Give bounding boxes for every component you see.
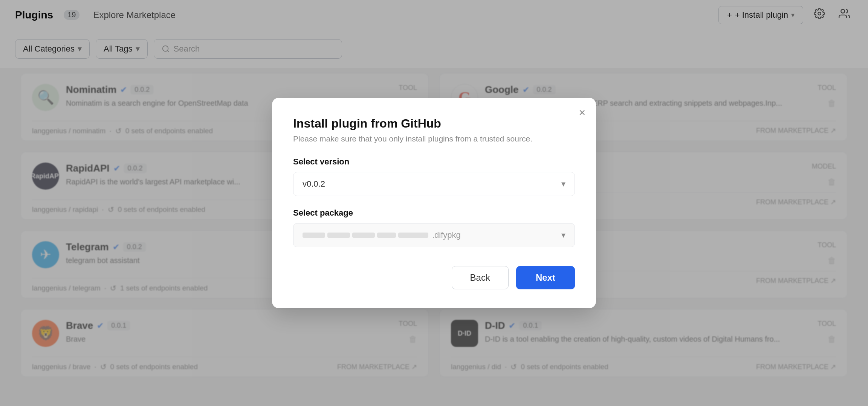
- next-button[interactable]: Next: [516, 266, 575, 289]
- package-select[interactable]: .difypkg ▾: [293, 223, 575, 247]
- version-value: v0.0.2: [303, 179, 325, 189]
- modal-close-button[interactable]: ×: [579, 107, 585, 118]
- version-chevron-icon: ▾: [561, 179, 565, 189]
- pkg-bar-4: [377, 233, 396, 238]
- pkg-bar-3: [352, 233, 375, 238]
- install-plugin-modal: × Install plugin from GitHub Please make…: [272, 98, 596, 308]
- package-suffix: .difypkg: [432, 230, 461, 240]
- package-placeholder: .difypkg: [303, 230, 461, 240]
- modal-overlay: × Install plugin from GitHub Please make…: [0, 0, 868, 406]
- modal-footer: Back Next: [293, 266, 575, 289]
- pkg-bar-5: [398, 233, 428, 238]
- pkg-bar-1: [303, 233, 325, 238]
- select-version-label: Select version: [293, 157, 575, 167]
- package-chevron-icon: ▾: [561, 230, 565, 240]
- modal-subtitle: Please make sure that you only install p…: [293, 134, 575, 143]
- version-select[interactable]: v0.0.2 ▾: [293, 172, 575, 196]
- select-package-label: Select package: [293, 208, 575, 218]
- back-button[interactable]: Back: [452, 266, 509, 289]
- pkg-bar-2: [327, 233, 350, 238]
- modal-title: Install plugin from GitHub: [293, 117, 575, 131]
